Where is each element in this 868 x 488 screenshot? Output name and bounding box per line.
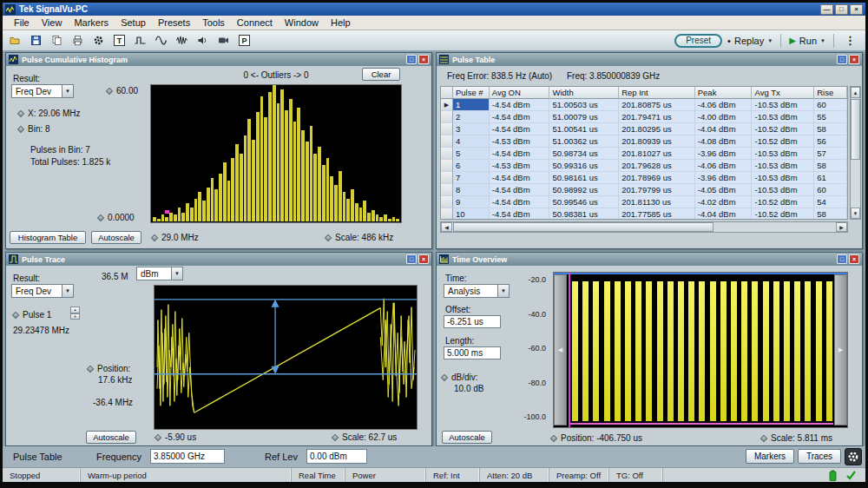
table-row[interactable]: 2-4.54 dBm51.00079 us201.79471 us-4.00 d… bbox=[441, 111, 847, 123]
menu-connect[interactable]: Connect bbox=[231, 16, 279, 29]
adjust-knob-icon[interactable] bbox=[12, 311, 19, 318]
horizontal-scrollbar[interactable]: ◀ ▶ bbox=[440, 221, 848, 233]
spectrum-display-button[interactable] bbox=[152, 32, 170, 49]
row-selector[interactable] bbox=[441, 160, 453, 172]
scroll-down-button[interactable]: ▼ bbox=[851, 208, 860, 219]
panel-restore-button[interactable]: □ bbox=[837, 55, 847, 64]
save-button[interactable] bbox=[27, 32, 45, 49]
table-row[interactable]: 10-4.54 dBm50.98381 us201.77585 us-4.04 … bbox=[441, 208, 847, 220]
presets-p-button[interactable]: P bbox=[235, 32, 253, 49]
clear-button[interactable]: Clear bbox=[362, 68, 400, 81]
adjust-knob-icon[interactable] bbox=[151, 234, 158, 241]
table-row[interactable]: 9-4.54 dBm50.99546 us201.81130 us-4.02 d… bbox=[441, 196, 847, 208]
menu-markers[interactable]: Markers bbox=[68, 16, 115, 29]
column-header-rise[interactable]: Rise bbox=[814, 87, 847, 99]
histogram-table-button[interactable]: Histogram Table bbox=[10, 231, 86, 244]
ref-lev-input[interactable] bbox=[306, 449, 367, 464]
table-row[interactable]: 4-4.53 dBm51.00362 us201.80939 us-4.08 d… bbox=[441, 135, 847, 148]
row-selector[interactable] bbox=[441, 196, 453, 208]
panel-close-button[interactable]: × bbox=[418, 55, 429, 64]
panel-close-button[interactable]: × bbox=[849, 254, 859, 264]
pulse-table-panel-titlebar[interactable]: Pulse Table □ × bbox=[437, 53, 862, 66]
table-row[interactable]: 3-4.54 dBm51.00541 us201.80295 us-4.04 d… bbox=[441, 123, 847, 135]
length-input[interactable] bbox=[444, 346, 501, 359]
adjust-knob-icon[interactable] bbox=[87, 365, 94, 372]
panel-restore-button[interactable]: □ bbox=[837, 254, 847, 264]
time-overview-chart[interactable]: ◀ ▶ bbox=[553, 272, 848, 428]
row-selector[interactable] bbox=[441, 184, 453, 196]
autoscale-button[interactable]: Autoscale bbox=[86, 431, 136, 444]
replay-dropdown[interactable]: • Replay ▼ bbox=[727, 36, 773, 46]
table-row[interactable]: 6-4.53 dBm50.99316 us201.79628 us-4.06 d… bbox=[441, 160, 847, 172]
traces-button[interactable]: Traces bbox=[798, 449, 841, 464]
capture-button[interactable] bbox=[214, 32, 233, 49]
panel-close-button[interactable]: × bbox=[418, 254, 429, 264]
adjust-knob-icon[interactable] bbox=[325, 234, 332, 241]
column-header-width[interactable]: Width bbox=[549, 87, 619, 99]
autoscale-button[interactable]: Autoscale bbox=[91, 231, 141, 244]
time-overview-panel-titlebar[interactable]: Time Overview □ × bbox=[437, 253, 862, 266]
histogram-chart[interactable] bbox=[150, 84, 402, 223]
menu-window[interactable]: Window bbox=[279, 16, 325, 29]
pulse-number-spinner[interactable]: ▲ ▼ bbox=[70, 307, 80, 320]
pulse-display-button[interactable] bbox=[131, 32, 149, 49]
open-button[interactable] bbox=[6, 32, 24, 49]
scroll-left-button[interactable]: ◀ bbox=[441, 222, 452, 232]
close-button[interactable]: × bbox=[850, 4, 863, 15]
adjust-knob-icon[interactable] bbox=[106, 87, 113, 94]
display-selector-label[interactable]: Pulse Table bbox=[13, 452, 62, 462]
menu-help[interactable]: Help bbox=[325, 16, 357, 29]
analysis-start-marker[interactable] bbox=[569, 273, 570, 427]
pan-handle-left[interactable]: ◀ bbox=[554, 274, 567, 425]
pulse-trace-panel-titlebar[interactable]: Pulse Trace □ × bbox=[6, 253, 431, 266]
adjust-knob-icon[interactable] bbox=[17, 109, 24, 116]
minimize-button[interactable]: — bbox=[820, 4, 833, 15]
maximize-button[interactable]: □ bbox=[835, 4, 848, 15]
result-dropdown[interactable]: Freq Dev ▼ bbox=[11, 84, 74, 98]
display-title-button[interactable]: T bbox=[110, 32, 128, 49]
menu-file[interactable]: File bbox=[8, 16, 36, 29]
result-dropdown[interactable]: Freq Dev ▼ bbox=[11, 284, 74, 298]
time-dropdown[interactable]: Analysis ▼ bbox=[444, 284, 510, 298]
adjust-knob-icon[interactable] bbox=[441, 373, 448, 380]
column-header-avg-tx[interactable]: Avg Tx bbox=[752, 87, 814, 99]
adjust-knob-icon[interactable] bbox=[97, 214, 104, 221]
menu-presets[interactable]: Presets bbox=[152, 16, 196, 29]
frequency-input[interactable] bbox=[150, 449, 225, 464]
row-selector[interactable] bbox=[441, 208, 453, 220]
adjust-knob-icon[interactable] bbox=[760, 434, 767, 441]
markers-button[interactable]: Markers bbox=[746, 449, 794, 464]
menu-setup[interactable]: Setup bbox=[115, 16, 152, 29]
scroll-up-button[interactable]: ▲ bbox=[851, 87, 860, 98]
row-selector[interactable] bbox=[441, 135, 453, 148]
table-row[interactable]: 7-4.54 dBm50.98161 us201.78969 us-3.96 d… bbox=[441, 172, 847, 184]
adjust-knob-icon[interactable] bbox=[155, 433, 161, 440]
settings-gear-button[interactable] bbox=[845, 448, 862, 465]
adjust-knob-icon[interactable] bbox=[332, 433, 339, 440]
pan-handle-right[interactable]: ▶ bbox=[834, 274, 847, 425]
panel-restore-button[interactable]: □ bbox=[406, 55, 417, 64]
settings-button[interactable] bbox=[89, 32, 108, 49]
histogram-panel-titlebar[interactable]: Pulse Cumulative Histogram □ × bbox=[6, 53, 431, 66]
scroll-right-button[interactable]: ▶ bbox=[836, 222, 847, 232]
run-dropdown[interactable]: ▶ Run ▼ bbox=[789, 36, 825, 46]
column-header-avg-on[interactable]: Avg ON bbox=[490, 87, 550, 99]
spin-down-icon[interactable]: ▼ bbox=[70, 313, 80, 320]
spin-up-icon[interactable]: ▲ bbox=[70, 307, 80, 313]
table-row[interactable]: 8-4.54 dBm50.98992 us201.79799 us-4.05 d… bbox=[441, 184, 847, 196]
table-row[interactable]: 5-4.54 dBm50.98734 us201.81027 us-3.96 d… bbox=[441, 148, 847, 160]
row-selector[interactable]: ▶ bbox=[441, 99, 453, 111]
scrollbar-thumb[interactable] bbox=[851, 99, 860, 160]
marker-indicator[interactable] bbox=[165, 210, 169, 214]
units-dropdown[interactable]: dBm ▼ bbox=[136, 267, 183, 280]
row-selector[interactable] bbox=[441, 148, 453, 160]
vertical-scrollbar[interactable]: ▲ ▼ bbox=[850, 86, 861, 220]
adjust-knob-icon[interactable] bbox=[550, 434, 557, 441]
modulation-display-button[interactable] bbox=[173, 32, 191, 49]
panel-restore-button[interactable]: □ bbox=[406, 254, 417, 264]
window-titlebar[interactable]: Tek SignalVu-PC — □ × bbox=[3, 3, 865, 16]
column-header-rep-int[interactable]: Rep Int bbox=[619, 87, 695, 99]
print-button[interactable] bbox=[69, 32, 87, 49]
table-row[interactable]: ▶1-4.54 dBm51.00503 us201.80875 us-4.06 … bbox=[441, 99, 847, 111]
scrollbar-thumb[interactable] bbox=[453, 222, 713, 232]
